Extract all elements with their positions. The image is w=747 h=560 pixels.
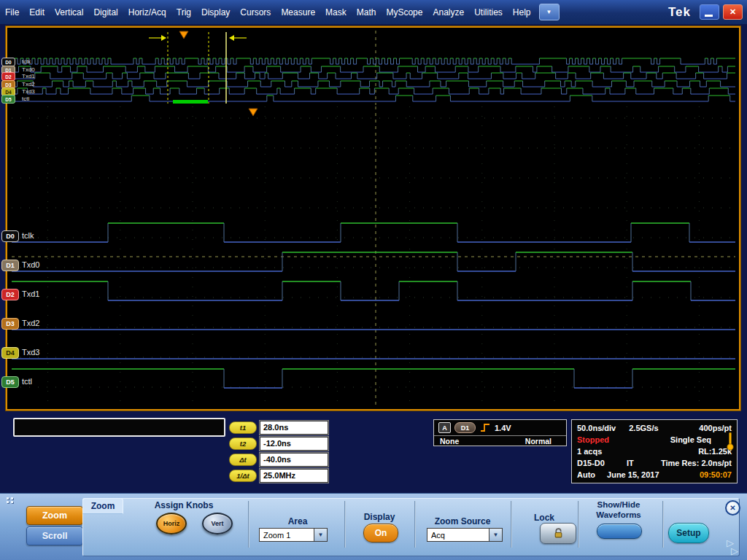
svg-text:Txd3: Txd3 [22,88,35,95]
channel-badge-d4[interactable]: D4 [1,347,19,359]
cursor-value: 25.0MHz [260,469,328,483]
menu-item-analyze[interactable]: Analyze [427,0,469,24]
acq-it: IT [627,459,634,467]
horizontal-knob[interactable]: Horiz [156,513,187,534]
menu-item-display[interactable]: Display [196,0,235,24]
zoom-control-bar: Zoom Scroll Zoom Assign Knobs Horiz Vert… [0,493,747,560]
svg-text:Txd0: Txd0 [22,260,39,269]
show-hide-label-line1: Show/Hide [578,500,659,509]
acq-state: Stopped [577,435,609,444]
panel-divider [414,501,416,548]
cursor-badge: 1/Δt [229,470,257,482]
pager-arrow-icon[interactable]: ▷ [731,545,738,556]
menu-dropdown-button[interactable]: ▼ [539,4,560,20]
channel-badge-d1[interactable]: D1 [1,260,19,271]
svg-text:Txd2: Txd2 [22,81,35,88]
cursor-value: -40.0ns [260,453,328,467]
channel-badge-d2[interactable]: D2 [1,289,19,300]
menu-item-horizacq[interactable]: Horiz/Acq [123,0,171,24]
digital-channels: D15-D0 [577,459,605,467]
timebase-readout: 50.0ns/div [577,424,616,432]
menu-item-file[interactable]: File [0,0,24,24]
zoom-source-label: Zoom Source [417,516,508,526]
overview-waveforms[interactable]: tclkTxd0Txd1Txd2Txd3tctl [12,28,735,106]
temperature-icon [726,431,735,451]
menu-item-help[interactable]: Help [508,0,536,24]
svg-text:tclk: tclk [22,58,31,65]
menu-bar: FileEditVerticalDigitalHoriz/AcqTrigDisp… [0,0,747,24]
cursor-value: 28.0ns [260,421,328,435]
menu-item-mask[interactable]: Mask [320,0,352,24]
sample-rate-readout: 2.5GS/s [629,424,658,432]
tab-zoom[interactable]: Zoom [82,498,123,514]
area-label: Area [254,516,341,526]
display-label: Display [347,512,411,522]
padlock-icon [553,528,564,539]
lock-button[interactable] [540,523,576,544]
acq-line-5: Auto June 15, 2017 09:50:07 [577,469,732,481]
main-waveforms[interactable]: tclkTxd0Txd1Txd2Txd3tctl [12,106,735,408]
area-value[interactable]: Zoom 1 [259,528,314,542]
panel-divider [662,501,664,548]
cursor-readout-row: 1/Δt25.0MHz [229,469,328,483]
vertical-knob[interactable]: Vert [202,513,233,534]
trigger-readout-panel: A D1 1.4V None Normal [433,419,567,446]
menu-item-trig[interactable]: Trig [171,0,196,24]
panel-divider [511,501,512,548]
menu-item-math[interactable]: Math [352,0,382,24]
zoom-source-dropdown-arrow[interactable]: ▼ [489,528,503,542]
menu-item-edit[interactable]: Edit [24,0,50,24]
close-window-button[interactable]: ✕ [723,4,743,20]
svg-text:tclk: tclk [22,231,34,240]
menu-item-utilities[interactable]: Utilities [469,0,508,24]
overview-channel-badge-d5[interactable]: D5 [1,95,15,104]
chevron-down-icon: ▼ [493,532,499,538]
lock-label: Lock [514,513,575,523]
menu-items: FileEditVerticalDigitalHoriz/AcqTrigDisp… [0,0,536,24]
trigger-row-1: A D1 1.4V [434,420,566,435]
trigger-source-badge: D1 [454,422,476,433]
acq-line-1: 50.0ns/div 2.5GS/s 400ps/pt [577,422,732,434]
show-hide-waveforms-button[interactable] [597,524,642,539]
minimize-button[interactable] [700,4,719,20]
svg-text:Txd1: Txd1 [22,289,39,298]
readout-strip: t128.0nst2-12.0nsΔt-40.0ns1/Δt25.0MHz A … [0,411,747,493]
menu-item-measure[interactable]: Measure [276,0,320,24]
menu-item-cursors[interactable]: Cursors [235,0,276,24]
trigger-holdoff: None [440,437,459,446]
acquisition-readout-panel: 50.0ns/div 2.5GS/s 400ps/pt Stopped Sing… [571,419,738,483]
menu-item-myscope[interactable]: MyScope [381,0,427,24]
cursor-readout-row: Δt-40.0ns [229,453,328,467]
channel-badge-d3[interactable]: D3 [1,318,19,330]
svg-text:Txd1: Txd1 [22,73,35,79]
trigger-level: 1.4V [495,424,511,432]
show-hide-label-line2: Waveforms [578,510,659,519]
area-combobox[interactable]: Zoom 1 ▼ [259,528,328,542]
channel-badge-d5[interactable]: D5 [1,376,19,388]
cursor-value: -12.0ns [260,437,328,451]
area-dropdown-arrow[interactable]: ▼ [314,528,328,542]
panel-divider [344,501,346,548]
svg-text:Txd2: Txd2 [22,319,39,327]
scroll-mode-button[interactable]: Scroll [26,526,83,545]
channel-badge-d0[interactable]: D0 [1,230,19,242]
display-on-button[interactable]: On [363,524,398,542]
menu-item-digital[interactable]: Digital [88,0,123,24]
menu-item-vertical[interactable]: Vertical [50,0,88,24]
zoom-position-marker [179,31,188,39]
setup-button[interactable]: Setup [668,523,709,543]
acq-line-3: 1 acqs RL:1.25k [577,446,732,457]
panel-divider [248,501,249,548]
trigger-a-badge: A [438,422,451,433]
drag-handle-icon[interactable] [7,497,9,499]
arrow-left-icon [229,35,234,41]
zoom-source-combobox[interactable]: Acq ▼ [427,528,503,542]
zoom-mode-button[interactable]: Zoom [26,506,83,525]
zoom-source-value[interactable]: Acq [427,528,489,542]
close-panel-button[interactable]: ✕ [725,500,740,516]
cursor-badge: Δt [229,454,257,466]
time-resolution: Time Res: 2.0ns/pt [661,459,732,467]
cursor-readout-row: t2-12.0ns [229,437,328,451]
trigger-position-marker [249,109,258,116]
message-box[interactable] [13,418,225,437]
